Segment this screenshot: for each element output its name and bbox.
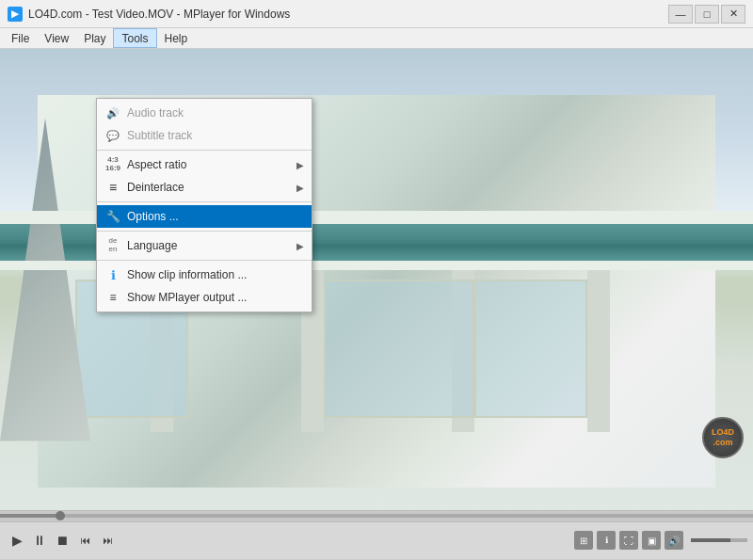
controls-area: ▶ ⏸ ⏹ ⏮ ⏭ ⊞ ℹ ⛶ ▣ 🔊 [0,510,753,559]
menu-file[interactable]: File [4,28,37,48]
volume-fill [691,538,730,542]
volume-icon[interactable]: 🔊 [665,531,683,550]
window-controls: — □ ✕ [668,5,745,24]
play-button[interactable]: ▶ [6,529,28,552]
mplayer-output-icon: ≡ [103,290,123,305]
tools-dropdown-menu: 🔊 Audio track 💬 Subtitle track 4:3 16:9 … [96,98,312,312]
options-icon: 🔧 [103,209,123,224]
menu-deinterlace[interactable]: ≡ Deinterlace ▶ [97,176,312,199]
options-label: Options ... [127,210,304,223]
minimize-button[interactable]: — [668,5,693,24]
subtitle-track-label: Subtitle track [127,129,304,142]
deinterlace-arrow: ▶ [296,183,304,193]
menu-bar: File View Play Tools Help [0,28,753,49]
playlist-icon[interactable]: ⊞ [574,531,593,550]
language-icon: de en [103,238,123,253]
menu-play[interactable]: Play [76,28,113,48]
video-area: LO4D.com 🔊 Audio track 💬 Subtitle track … [0,49,753,510]
prev-button[interactable]: ⏮ [73,529,96,552]
info-icon[interactable]: ℹ [597,531,616,550]
progress-fill [0,514,60,518]
menu-audio-track[interactable]: 🔊 Audio track [97,102,312,124]
subtitle-icon: 💬 [103,128,123,143]
audio-track-label: Audio track [127,106,304,120]
deinterlace-icon: ≡ [103,180,123,195]
aspect-ratio-icon: 4:3 16:9 [103,157,123,172]
menu-view[interactable]: View [37,28,76,48]
next-button[interactable]: ⏭ [96,529,119,552]
progress-track [0,514,753,518]
menu-mplayer-output[interactable]: ≡ Show MPlayer output ... [97,286,312,309]
close-button[interactable]: ✕ [721,5,745,24]
maximize-button[interactable]: □ [695,5,719,24]
progress-thumb [56,511,65,520]
screenshot-icon[interactable]: ▣ [642,531,661,550]
menu-options[interactable]: 🔧 Options ... [97,205,312,228]
lo4d-watermark: LO4D.com [702,417,744,458]
toolbar-icons: ⊞ ℹ ⛶ ▣ 🔊 [574,531,683,550]
progress-bar[interactable] [0,511,753,522]
window-title: LO4D.com - Test Video.MOV - MPlayer for … [28,8,668,21]
separator-1 [97,150,312,151]
right-controls: ⊞ ℹ ⛶ ▣ 🔊 [574,531,747,550]
menu-tools[interactable]: Tools [113,28,156,48]
menu-help[interactable]: Help [157,28,196,48]
mplayer-output-label: Show MPlayer output ... [127,291,304,304]
app-icon: ▶ [8,7,23,22]
volume-slider[interactable] [691,538,747,542]
menu-subtitle-track[interactable]: 💬 Subtitle track [97,124,312,147]
aspect-ratio-label: Aspect ratio [127,158,296,171]
language-label: Language [127,239,296,252]
deinterlace-label: Deinterlace [127,181,296,194]
menu-clip-info[interactable]: ℹ Show clip information ... [97,264,312,286]
title-bar: ▶ LO4D.com - Test Video.MOV - MPlayer fo… [0,0,753,28]
pause-button[interactable]: ⏸ [28,529,51,552]
menu-aspect-ratio[interactable]: 4:3 16:9 Aspect ratio ▶ [97,153,312,176]
menu-language[interactable]: de en Language ▶ [97,234,312,257]
separator-4 [97,260,312,261]
clip-info-icon: ℹ [103,267,123,282]
aspect-ratio-arrow: ▶ [296,160,304,170]
audio-icon: 🔊 [103,105,123,120]
clip-info-label: Show clip information ... [127,268,304,281]
volume-control [691,538,747,542]
fullscreen-icon[interactable]: ⛶ [619,531,638,550]
separator-2 [97,201,312,202]
separator-3 [97,231,312,232]
buttons-row: ▶ ⏸ ⏹ ⏮ ⏭ ⊞ ℹ ⛶ ▣ 🔊 [0,522,753,559]
language-arrow: ▶ [296,241,304,251]
stop-button[interactable]: ⏹ [51,529,73,552]
